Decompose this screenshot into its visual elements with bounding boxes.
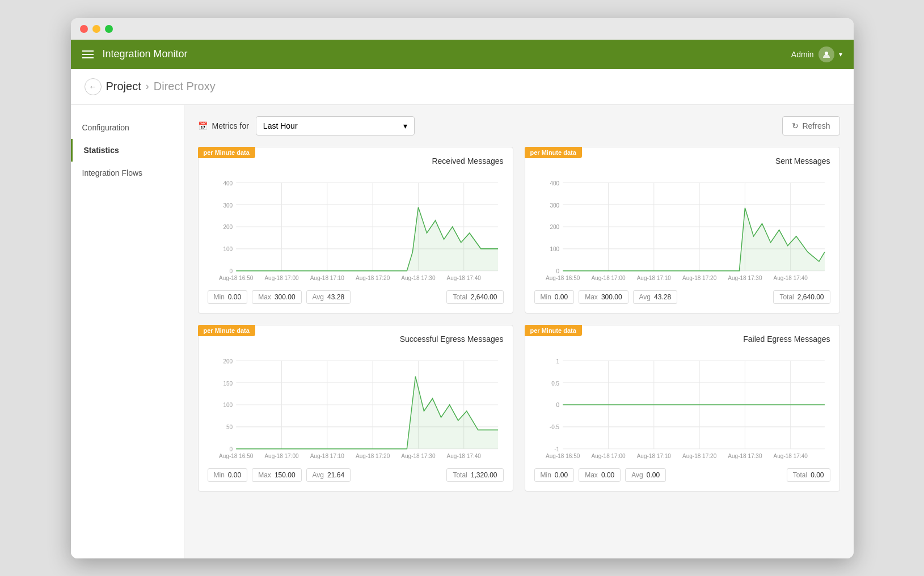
refresh-label: Refresh <box>802 121 830 130</box>
svg-text:-1: -1 <box>554 445 559 452</box>
svg-text:0: 0 <box>229 445 233 452</box>
svg-text:Aug-18 17:40: Aug-18 17:40 <box>773 452 807 459</box>
chart-sent-messages: per Minute data Sent Messages <box>525 147 840 314</box>
stat-max-sent: Max 300.00 <box>579 290 628 304</box>
svg-text:Aug-18 17:10: Aug-18 17:10 <box>636 452 670 459</box>
svg-text:Aug-18 17:00: Aug-18 17:00 <box>591 452 625 459</box>
svg-text:0: 0 <box>556 267 559 274</box>
sidebar-item-statistics[interactable]: Statistics <box>71 139 184 162</box>
chart-area-sent: 400 300 200 100 0 Aug-18 16:50 Aug-18 17… <box>534 170 830 283</box>
nav-right: Admin ▾ <box>791 46 842 62</box>
hamburger-menu[interactable] <box>82 50 94 58</box>
svg-text:Aug-18 17:20: Aug-18 17:20 <box>355 274 389 281</box>
svg-text:100: 100 <box>223 245 233 252</box>
svg-text:-0.5: -0.5 <box>549 423 559 430</box>
charts-grid: per Minute data Received Messages <box>198 147 840 492</box>
back-button[interactable]: ← <box>85 78 102 95</box>
svg-text:Aug-18 17:00: Aug-18 17:00 <box>591 274 625 281</box>
svg-text:Aug-18 17:10: Aug-18 17:10 <box>636 274 670 281</box>
badge-sent: per Minute data <box>525 147 582 158</box>
svg-text:Aug-18 17:00: Aug-18 17:00 <box>264 274 298 281</box>
stat-max-egress-success: Max 150.00 <box>252 468 301 482</box>
svg-text:400: 400 <box>550 179 559 187</box>
svg-text:Aug-18 17:00: Aug-18 17:00 <box>264 452 298 459</box>
content-area: 📅 Metrics for Last Hour ▾ ↻ Refresh per … <box>184 105 854 558</box>
badge-egress-fail: per Minute data <box>525 325 582 336</box>
svg-text:Aug-18 17:40: Aug-18 17:40 <box>446 452 480 459</box>
chart-received-messages: per Minute data Received Messages <box>198 147 513 314</box>
refresh-icon: ↻ <box>792 121 799 130</box>
svg-text:200: 200 <box>223 223 233 230</box>
refresh-button[interactable]: ↻ Refresh <box>782 116 839 135</box>
stat-min-sent: Min 0.00 <box>534 290 575 304</box>
svg-text:Aug-18 16:50: Aug-18 16:50 <box>219 452 253 459</box>
svg-text:Aug-18 17:30: Aug-18 17:30 <box>401 274 435 281</box>
breadcrumb: ← Project › Direct Proxy <box>71 69 854 105</box>
stat-min-egress-fail: Min 0.00 <box>534 468 575 482</box>
chart-failed-egress: per Minute data Failed Egress Messages <box>525 325 840 492</box>
svg-text:Aug-18 16:50: Aug-18 16:50 <box>546 274 580 281</box>
stat-avg-sent: Avg 43.28 <box>633 290 678 304</box>
title-bar <box>71 18 854 40</box>
stat-max-received: Max 300.00 <box>252 290 301 304</box>
time-range-dropdown[interactable]: Last Hour ▾ <box>256 116 415 135</box>
svg-text:150: 150 <box>223 379 233 387</box>
chevron-down-icon: ▾ <box>839 50 842 58</box>
main-content: Configuration Statistics Integration Flo… <box>71 105 854 558</box>
svg-text:0: 0 <box>229 267 233 274</box>
svg-text:Aug-18 17:20: Aug-18 17:20 <box>355 452 389 459</box>
breadcrumb-project[interactable]: Project <box>106 80 141 93</box>
minimize-button[interactable] <box>92 25 100 33</box>
sidebar-label-configuration: Configuration <box>82 123 129 132</box>
sidebar-item-configuration[interactable]: Configuration <box>71 116 184 139</box>
time-range-value: Last Hour <box>263 121 298 130</box>
stat-total-received: Total 2,640.00 <box>446 290 503 304</box>
chart-successful-egress: per Minute data Successful Egress Messag… <box>198 325 513 492</box>
stat-avg-received: Avg 43.28 <box>306 290 351 304</box>
svg-text:Aug-18 17:30: Aug-18 17:30 <box>728 452 762 459</box>
svg-text:0.5: 0.5 <box>551 379 559 387</box>
stat-max-egress-fail: Max 0.00 <box>579 468 621 482</box>
svg-text:200: 200 <box>550 223 559 230</box>
chart-area-egress-fail: 1 0.5 0 -0.5 -1 Aug-18 16:50 Aug-18 17:0… <box>534 348 830 461</box>
svg-text:400: 400 <box>223 179 233 187</box>
stats-received: Min 0.00 Max 300.00 Avg 43.28 Total <box>208 290 504 304</box>
svg-text:100: 100 <box>223 401 233 408</box>
back-arrow-icon: ← <box>89 82 97 91</box>
badge-egress-success: per Minute data <box>198 325 255 336</box>
svg-text:300: 300 <box>550 201 559 209</box>
stats-egress-success: Min 0.00 Max 150.00 Avg 21.64 Total <box>208 468 504 482</box>
maximize-button[interactable] <box>105 25 113 33</box>
svg-text:Aug-18 17:10: Aug-18 17:10 <box>310 274 344 281</box>
svg-text:Aug-18 17:30: Aug-18 17:30 <box>401 452 435 459</box>
svg-text:1: 1 <box>556 357 559 365</box>
chart-area-egress-success: 200 150 100 50 0 Aug-18 16:50 Aug-18 17:… <box>208 348 504 461</box>
stat-total-sent: Total 2,640.00 <box>773 290 830 304</box>
breadcrumb-separator: › <box>146 81 149 92</box>
top-nav: Integration Monitor Admin ▾ <box>71 40 854 69</box>
badge-received: per Minute data <box>198 147 255 158</box>
sidebar-label-statistics: Statistics <box>84 146 119 155</box>
svg-marker-66 <box>236 376 498 449</box>
metrics-label: Metrics for <box>212 121 249 130</box>
close-button[interactable] <box>80 25 88 33</box>
stats-egress-fail: Min 0.00 Max 0.00 Avg 0.00 Total <box>534 468 830 482</box>
stat-total-egress-fail: Total 0.00 <box>787 468 830 482</box>
user-icon[interactable] <box>818 46 834 62</box>
svg-text:300: 300 <box>223 201 233 209</box>
sidebar-item-integration-flows[interactable]: Integration Flows <box>71 162 184 184</box>
svg-text:Aug-18 17:40: Aug-18 17:40 <box>773 274 807 281</box>
app-window: Integration Monitor Admin ▾ ← Project › … <box>71 18 854 558</box>
svg-text:Aug-18 17:10: Aug-18 17:10 <box>310 452 344 459</box>
svg-text:50: 50 <box>226 423 232 430</box>
svg-text:Aug-18 17:40: Aug-18 17:40 <box>446 274 480 281</box>
svg-text:Aug-18 17:20: Aug-18 17:20 <box>682 452 716 459</box>
stats-sent: Min 0.00 Max 300.00 Avg 43.28 Total <box>534 290 830 304</box>
chart-area-received: 400 300 200 100 0 Aug-18 16:50 Aug-18 17… <box>208 170 504 283</box>
svg-text:200: 200 <box>223 357 233 365</box>
stat-min-egress-success: Min 0.00 <box>208 468 248 482</box>
svg-text:Aug-18 16:50: Aug-18 16:50 <box>219 274 253 281</box>
stat-min-received: Min 0.00 <box>208 290 248 304</box>
svg-text:Aug-18 17:20: Aug-18 17:20 <box>682 274 716 281</box>
sidebar-label-integration-flows: Integration Flows <box>82 168 143 177</box>
